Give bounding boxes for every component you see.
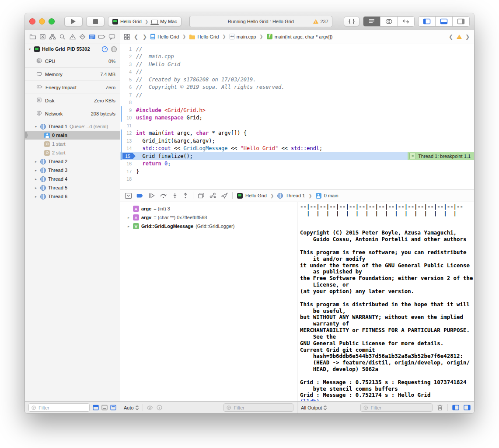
code-line[interactable]: 10using namespace Grid;	[120, 114, 474, 122]
continue-button[interactable]	[148, 192, 155, 199]
code-line[interactable]: 2// main.cpp	[120, 53, 474, 61]
console-view[interactable]: --|--|--|--|--|--|--|--|--|--|--|--|--|-…	[297, 202, 474, 401]
gauge-row-disk[interactable]: DiskZero KB/s	[25, 94, 120, 107]
filter-crashed-icon[interactable]	[110, 405, 116, 410]
scheme-selector[interactable]: Hello Grid ❯ My Mac	[108, 17, 181, 26]
disclosure-triangle[interactable]: ▸	[34, 168, 38, 172]
run-button[interactable]	[64, 17, 83, 26]
simulate-location-button[interactable]	[221, 192, 228, 199]
variables-filter-field[interactable]	[223, 403, 293, 412]
activity-viewer[interactable]: Running Hello Grid : Hello Grid 237	[189, 16, 332, 27]
library-button[interactable]	[344, 17, 359, 26]
breadcrumb-file[interactable]: main.cpp	[230, 34, 256, 39]
debug-crumb-thread[interactable]: Thread 1	[286, 193, 305, 198]
thread-row[interactable]: ▸Thread 3	[25, 166, 120, 175]
thread-row[interactable]: ▸Thread 5	[25, 183, 120, 192]
gauge-row-network[interactable]: Network208 bytes/s	[25, 107, 120, 120]
variables-filter-input[interactable]	[233, 405, 290, 411]
breakpoints-toggle-button[interactable]	[136, 193, 144, 199]
source-control-tab[interactable]	[38, 32, 47, 41]
related-items-icon[interactable]	[124, 34, 130, 40]
debug-crumb-process[interactable]: Hello Grid	[245, 193, 267, 198]
symbol-navigator-tab[interactable]	[48, 32, 57, 41]
gauge-row-memory[interactable]: Memory7.4 MB	[25, 67, 120, 80]
code-line[interactable]: 14 std::cout << GridLogMessage << "Hello…	[120, 145, 474, 153]
test-navigator-tab[interactable]	[78, 32, 87, 41]
code-line[interactable]: 3// Hello Grid	[120, 60, 474, 68]
breakpoint-marker[interactable]: 15	[122, 153, 136, 159]
console-scope-popup[interactable]: All Output	[301, 405, 327, 410]
standard-editor-button[interactable]	[363, 17, 380, 26]
debug-navigator-tab[interactable]	[88, 32, 97, 41]
variables-view[interactable]: Aargc= (int) 3▸Aargv= (char **) 0x7ffeef…	[120, 202, 297, 401]
step-out-button[interactable]	[182, 192, 188, 199]
code-line[interactable]: 13 Grid_init(&argc,&argv);	[120, 137, 474, 145]
thread-row[interactable]: ▸Thread 6	[25, 192, 120, 201]
thread-row[interactable]: ▸Thread 4	[25, 175, 120, 183]
navigator-filter-field[interactable]	[28, 403, 90, 412]
code-line[interactable]: 17}	[120, 168, 474, 175]
code-line[interactable]: 18	[120, 175, 474, 183]
variables-scope-popup[interactable]: Auto	[124, 405, 139, 410]
view-hierarchy-button[interactable]	[198, 192, 205, 199]
gauge-view-icon[interactable]	[101, 46, 108, 52]
stop-button[interactable]	[86, 17, 105, 26]
code-line[interactable]: 11	[120, 122, 474, 130]
debug-crumb-frame[interactable]: 0 main	[324, 193, 338, 198]
stack-frame-row[interactable]: 0 main	[25, 131, 120, 140]
thread-view-icon[interactable]	[111, 46, 117, 52]
filter-stack-frames-icon[interactable]	[101, 405, 108, 410]
stack-frame-row[interactable]: 1 start	[25, 140, 120, 148]
assistant-editor-button[interactable]	[380, 17, 398, 26]
quicklook-eye-icon[interactable]	[147, 405, 153, 410]
next-issue-button[interactable]: ❯	[464, 34, 471, 40]
version-editor-button[interactable]	[398, 17, 414, 26]
step-over-button[interactable]	[160, 192, 167, 199]
disclosure-triangle[interactable]: ▸	[126, 224, 131, 228]
console-filter-field[interactable]	[360, 403, 433, 412]
code-line[interactable]: 7//	[120, 91, 474, 99]
issue-navigator-tab[interactable]	[68, 32, 77, 41]
find-navigator-tab[interactable]	[58, 32, 67, 41]
thread-row[interactable]: ▸Thread 2	[25, 157, 120, 166]
go-back-button[interactable]: ❮	[133, 34, 139, 40]
toggle-navigator-button[interactable]	[419, 17, 436, 26]
code-line[interactable]: 9#include <Grid/Grid.h>	[120, 106, 474, 114]
variable-row[interactable]: ▸VGrid::GridLogMessage(Grid::GridLogger)	[126, 222, 297, 231]
process-row[interactable]: ▾ Hello Grid PID 55302	[25, 43, 120, 55]
breadcrumb-project[interactable]: Hello Grid	[150, 34, 179, 39]
thread-row[interactable]: ▾Thread 1Queue:...d (serial)	[25, 122, 120, 131]
code-line[interactable]: 8	[120, 99, 474, 107]
disclosure-triangle[interactable]: ▸	[126, 216, 131, 220]
toggle-debug-area-button[interactable]	[436, 17, 453, 26]
breakpoint-annotation[interactable]: ≡Thread 1: breakpoint 1.1	[408, 152, 474, 160]
disclosure-triangle[interactable]: ▾	[34, 125, 38, 129]
code-line[interactable]: 1//	[120, 45, 474, 53]
warning-counter[interactable]: 237	[313, 19, 328, 24]
disclosure-triangle[interactable]: ▸	[34, 195, 38, 199]
code-line[interactable]: 5// Created by s1786208 on 17/03/2019.	[120, 76, 474, 84]
project-navigator-tab[interactable]	[28, 32, 37, 41]
go-forward-button[interactable]: ❯	[142, 34, 148, 40]
gauge-row-energy-impact[interactable]: Energy ImpactZero	[25, 80, 120, 94]
disclosure-triangle[interactable]: ▸	[34, 177, 38, 181]
source-editor[interactable]: 1//2// main.cpp3// Hello Grid4//5// Crea…	[120, 43, 474, 189]
code-line[interactable]: 6// Copyright © 2019 sopa. All rights re…	[120, 84, 474, 91]
console-filter-input[interactable]	[370, 405, 429, 411]
report-navigator-tab[interactable]	[108, 32, 116, 41]
clear-console-trash-icon[interactable]	[437, 404, 443, 411]
hide-debug-area-button[interactable]	[125, 192, 132, 199]
code-line[interactable]: 15 Grid_finalize();≡Thread 1: breakpoint…	[120, 152, 474, 160]
toggle-inspector-button[interactable]	[453, 17, 469, 26]
issue-warning-icon[interactable]	[457, 35, 462, 39]
previous-issue-button[interactable]: ❮	[448, 34, 454, 40]
disclosure-triangle[interactable]: ▸	[34, 186, 38, 190]
toggle-variables-view-icon[interactable]	[452, 405, 459, 410]
zoom-window-button[interactable]	[49, 18, 55, 24]
navigator-filter-input[interactable]	[38, 405, 87, 411]
variable-row[interactable]: ▸Aargv= (char **) 0x7ffeefbff568	[126, 213, 297, 222]
breakpoint-navigator-tab[interactable]	[98, 32, 106, 41]
info-icon[interactable]	[157, 405, 162, 410]
memory-graph-button[interactable]	[209, 192, 216, 199]
code-line[interactable]: 4//	[120, 68, 474, 76]
